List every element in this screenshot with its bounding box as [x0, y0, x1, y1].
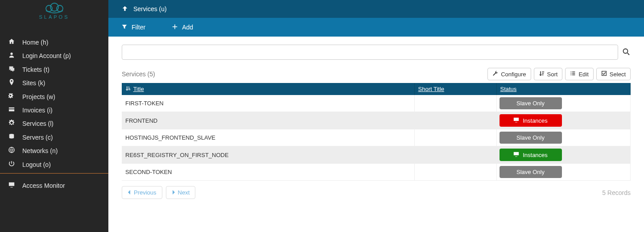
edit-label: Edit — [578, 71, 588, 78]
column-header-label: Short Title — [418, 86, 445, 92]
search-icon — [623, 48, 630, 55]
up-arrow-icon[interactable] — [122, 5, 128, 13]
list-header-row: Services (5) Configure Sort Edit Select — [122, 68, 631, 80]
sidebar: SLAPOS Home (h) Login Account (p) Ticket… — [0, 0, 108, 232]
sidebar-item-label: Home (h) — [22, 37, 48, 47]
sidebar-item-label: Invoices (i) — [22, 105, 53, 115]
sidebar-item-label: Networks (n) — [22, 146, 58, 156]
sidebar-item-label: Projects (w) — [22, 92, 55, 102]
svg-point-5 — [623, 49, 628, 53]
card-icon — [8, 105, 15, 115]
table-row[interactable]: FIRST-TOKENSlave Only — [122, 95, 631, 112]
action-bar: Filter Add — [108, 18, 644, 37]
sort-label: Sort — [547, 71, 558, 78]
cell-short-title[interactable] — [414, 164, 496, 181]
status-badge[interactable]: Instances — [500, 149, 562, 161]
status-badge[interactable]: Slave Only — [500, 166, 562, 178]
cell-title[interactable]: HOSTINGJS_FRONTEND_SLAVE — [122, 129, 414, 146]
map-pin-icon — [8, 78, 15, 88]
previous-label: Previous — [134, 189, 157, 196]
column-header-label: Status — [500, 86, 517, 92]
sidebar-item-access-monitor[interactable]: Access Monitor — [0, 177, 108, 194]
cell-title[interactable]: FIRST-TOKEN — [122, 95, 414, 112]
cell-status: Slave Only — [496, 129, 631, 146]
select-button[interactable]: Select — [596, 68, 631, 80]
table-row[interactable]: FRONTENDInstances — [122, 112, 631, 129]
configure-button[interactable]: Configure — [487, 68, 531, 80]
column-header-label: Title — [133, 86, 144, 92]
status-badge[interactable]: Slave Only — [500, 132, 562, 144]
brand-logo: SLAPOS — [0, 0, 108, 22]
sidebar-item-projects[interactable]: Projects (w) — [0, 90, 108, 104]
table-row[interactable]: RE6ST_REGISTRY_ON_FIRST_NODEInstances — [122, 146, 631, 164]
sidebar-item-networks[interactable]: Networks (n) — [0, 144, 108, 157]
cell-title[interactable]: FRONTEND — [122, 112, 414, 129]
status-badge[interactable]: Slave Only — [500, 97, 562, 109]
status-badge[interactable]: Instances — [500, 114, 562, 127]
pager: Previous Next — [122, 186, 195, 199]
breadcrumb-bar: Services (u) — [108, 0, 644, 18]
sidebar-item-servers[interactable]: Servers (c) — [0, 131, 108, 144]
edit-button[interactable]: Edit — [565, 68, 593, 80]
nav: Home (h) Login Account (p) Tickets (t) S… — [0, 22, 108, 194]
previous-button[interactable]: Previous — [122, 186, 162, 199]
search-row — [122, 45, 631, 60]
cell-short-title[interactable] — [414, 129, 496, 146]
configure-label: Configure — [501, 71, 526, 78]
cell-status: Instances — [496, 146, 631, 164]
column-header-short-title[interactable]: Short Title — [414, 83, 496, 95]
status-label: Instances — [523, 117, 548, 124]
wrench-icon — [492, 70, 498, 78]
table-header-row: Title Short Title Status — [122, 83, 631, 95]
next-label: Next — [178, 189, 190, 196]
cell-title[interactable]: RE6ST_REGISTRY_ON_FIRST_NODE — [122, 146, 414, 164]
search-input[interactable] — [122, 45, 618, 60]
sidebar-item-login-account[interactable]: Login Account (p) — [0, 49, 108, 62]
svg-point-0 — [46, 5, 52, 12]
cell-short-title[interactable] — [414, 95, 496, 112]
cloud-logo-icon — [41, 3, 68, 15]
table-row[interactable]: HOSTINGJS_FRONTEND_SLAVESlave Only — [122, 129, 631, 146]
filter-label: Filter — [132, 24, 145, 31]
list-toolbar: Configure Sort Edit Select — [487, 68, 631, 80]
plus-icon — [172, 24, 178, 31]
list-edit-icon — [570, 70, 576, 78]
add-action[interactable]: Add — [172, 24, 193, 31]
filter-icon — [122, 24, 127, 31]
cell-short-title[interactable] — [414, 112, 496, 129]
sidebar-item-label: Sites (k) — [22, 78, 45, 88]
main: Services (u) Filter Add Services (5) — [108, 0, 644, 232]
next-button[interactable]: Next — [166, 186, 196, 199]
search-button[interactable] — [622, 48, 631, 57]
check-square-icon — [601, 70, 607, 78]
services-table: Title Short Title Status FIRST-TOKENSlav… — [122, 83, 631, 181]
svg-point-2 — [57, 5, 63, 12]
add-label: Add — [182, 24, 193, 31]
sidebar-item-label: Login Account (p) — [22, 51, 71, 61]
sort-button[interactable]: Sort — [534, 68, 563, 80]
breadcrumb-title[interactable]: Services (u) — [133, 5, 167, 12]
cell-status: Instances — [496, 112, 631, 129]
gears-icon — [8, 92, 15, 102]
status-label: Slave Only — [516, 100, 545, 107]
sidebar-item-label: Logout (o) — [22, 160, 51, 170]
table-row[interactable]: SECOND-TOKENSlave Only — [122, 164, 631, 181]
sidebar-item-home[interactable]: Home (h) — [0, 36, 108, 49]
sidebar-item-tickets[interactable]: Tickets (t) — [0, 63, 108, 76]
column-header-status[interactable]: Status — [496, 83, 631, 95]
cell-title[interactable]: SECOND-TOKEN — [122, 164, 414, 181]
sidebar-item-logout[interactable]: Logout (o) — [0, 158, 108, 171]
cell-short-title[interactable] — [414, 146, 496, 164]
comments-icon — [8, 65, 15, 75]
status-label: Slave Only — [516, 169, 545, 175]
sidebar-item-services[interactable]: Services (l) — [0, 117, 108, 130]
filter-action[interactable]: Filter — [122, 24, 145, 31]
sidebar-item-sites[interactable]: Sites (k) — [0, 76, 108, 90]
cell-status: Slave Only — [496, 95, 631, 112]
column-header-title[interactable]: Title — [122, 83, 414, 95]
cell-status: Slave Only — [496, 164, 631, 181]
power-icon — [8, 160, 15, 170]
desktop-icon — [513, 117, 519, 124]
sidebar-item-invoices[interactable]: Invoices (i) — [0, 104, 108, 117]
cog-icon — [8, 119, 15, 128]
